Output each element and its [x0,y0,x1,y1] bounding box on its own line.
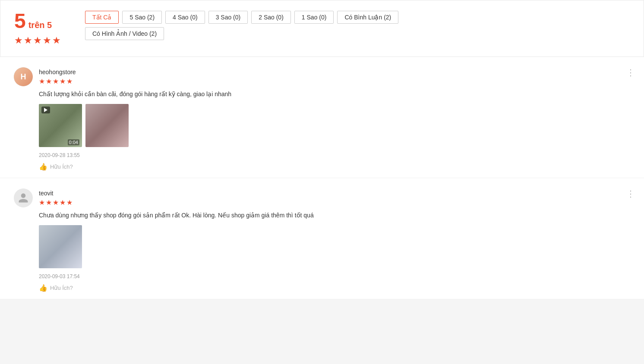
filter-has-image[interactable]: Có Hình Ảnh / Video (2) [85,27,164,40]
filter-row-1: Tất Cả 5 Sao (2) 4 Sao (0) 3 Sao (0) 2 S… [85,11,630,24]
filter-has-comment[interactable]: Có Bình Luận (2) [337,11,398,24]
video-play-icon [41,107,50,113]
video-thumb-1[interactable]: 0:04 [39,104,82,147]
avatar-1: H [14,67,33,86]
thumbs-up-icon-1: 👍 [39,163,47,171]
review-star-2-4: ★ [60,198,66,207]
review-star-2-5: ★ [66,198,73,207]
rating-score-block: 5 trên 5 ★ ★ ★ ★ ★ [14,11,75,46]
reviewer-name-1: heohongstore [39,69,76,75]
star-2: ★ [24,35,32,46]
review-star-2-2: ★ [46,198,52,207]
review-item-2: teovit ★ ★ ★ ★ ★ Chưa dùng nhưng thấy sh… [0,178,644,299]
review-stars-1: ★ ★ ★ ★ ★ [39,77,76,85]
filter-1star[interactable]: 1 Sao (0) [294,11,334,24]
filter-2star[interactable]: 2 Sao (0) [251,11,291,24]
review-star-1-5: ★ [66,77,73,85]
review-star-1-2: ★ [46,77,52,85]
star-4: ★ [43,35,51,46]
user-icon [18,192,29,204]
svg-marker-0 [44,108,47,112]
review-body-1: Chất lượng khỏi cần bàn cãi, đóng gói hà… [14,90,630,171]
review-star-2-1: ★ [39,198,45,207]
thumbs-up-icon-2: 👍 [39,284,47,292]
helpful-btn-2[interactable]: Hữu Ích? [50,285,73,291]
reviewer-name-2: teovit [39,190,73,197]
star-1: ★ [14,35,23,46]
review-menu-2[interactable]: ⋮ [626,188,635,199]
helpful-row-2: 👍 Hữu Ích? [39,284,630,292]
star-5: ★ [52,35,61,46]
filter-3star[interactable]: 3 Sao (0) [208,11,248,24]
rating-number: 5 trên 5 [14,11,52,31]
video-duration-1: 0:04 [68,139,79,145]
review-star-2-3: ★ [53,198,59,207]
review-image-1-2[interactable] [85,104,129,147]
filter-row-2: Có Hình Ảnh / Video (2) [85,27,630,40]
review-text-2: Chưa dùng nhưng thấy shop đóng gói sản p… [39,211,630,220]
rating-summary: 5 trên 5 ★ ★ ★ ★ ★ Tất Cả 5 Sao (2) 4 Sa… [0,0,644,57]
review-body-2: Chưa dùng nhưng thấy shop đóng gói sản p… [14,211,630,292]
reviewer-info-2: teovit ★ ★ ★ ★ ★ [39,190,73,207]
star-3: ★ [33,35,42,46]
out-of: trên 5 [28,21,52,29]
filter-all[interactable]: Tất Cả [85,11,119,24]
review-stars-2: ★ ★ ★ ★ ★ [39,198,73,207]
review-star-1-3: ★ [53,77,59,85]
review-star-1-4: ★ [60,77,66,85]
helpful-btn-1[interactable]: Hữu Ích? [50,163,73,170]
filter-5star[interactable]: 5 Sao (2) [122,11,162,24]
review-item-1: H heohongstore ★ ★ ★ ★ ★ Chất lượng khỏi… [0,57,644,178]
review-date-1: 2020-09-28 13:55 [39,152,630,158]
review-images-1: 0:04 [39,104,630,147]
page-wrapper: 5 trên 5 ★ ★ ★ ★ ★ Tất Cả 5 Sao (2) 4 Sa… [0,0,644,299]
reviewer-info-1: heohongstore ★ ★ ★ ★ ★ [39,69,76,85]
score-value: 5 [14,11,26,31]
review-star-1-1: ★ [39,77,45,85]
filter-area: Tất Cả 5 Sao (2) 4 Sao (0) 3 Sao (0) 2 S… [85,11,630,44]
review-header-2: teovit ★ ★ ★ ★ ★ [14,188,630,207]
filter-4star[interactable]: 4 Sao (0) [165,11,205,24]
helpful-row-1: 👍 Hữu Ích? [39,163,630,171]
rating-stars-row: ★ ★ ★ ★ ★ [14,35,61,46]
review-menu-1[interactable]: ⋮ [626,67,635,78]
review-image-2-1[interactable] [39,225,82,268]
avatar-2 [14,188,33,207]
review-header-1: H heohongstore ★ ★ ★ ★ ★ [14,67,630,86]
review-date-2: 2020-09-03 17:54 [39,273,630,279]
review-images-2 [39,225,630,268]
review-text-1: Chất lượng khỏi cần bàn cãi, đóng gói hà… [39,90,630,99]
